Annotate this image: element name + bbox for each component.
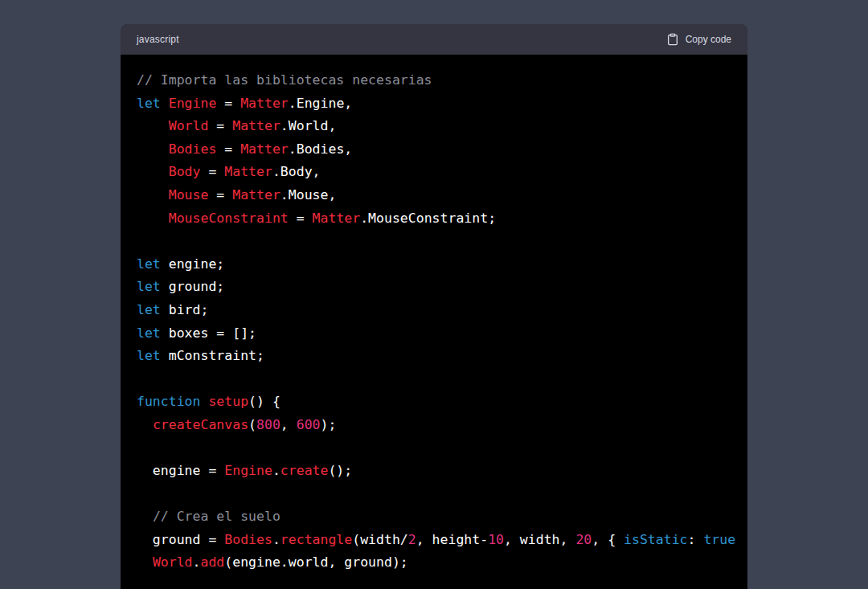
code-token: bird; xyxy=(161,302,209,317)
language-label: javascript xyxy=(137,34,179,45)
code-token: .Body, xyxy=(272,164,321,179)
code-token: let xyxy=(137,256,161,272)
code-token: 600 xyxy=(297,417,321,432)
page-background: javascript Copy code // Importa las bibl… xyxy=(0,24,868,589)
code-token: = xyxy=(201,164,225,179)
code-token: (); xyxy=(328,463,352,478)
code-token: MouseConstraint xyxy=(169,211,289,226)
code-token: . xyxy=(272,463,280,478)
code-token xyxy=(137,187,169,202)
code-token: engine = xyxy=(137,463,224,478)
code-line: let ground; xyxy=(137,276,731,299)
code-token: : xyxy=(688,532,704,547)
code-line: let boxes = []; xyxy=(137,322,731,346)
code-token xyxy=(137,509,153,524)
code-line xyxy=(137,437,731,460)
code-token xyxy=(200,394,208,409)
code-token: World xyxy=(153,554,193,570)
code-token xyxy=(137,118,169,133)
code-token: let xyxy=(137,279,161,294)
code-token xyxy=(137,164,169,179)
code-token: add xyxy=(200,554,224,570)
code-token: setup xyxy=(208,394,248,409)
code-token xyxy=(137,211,169,226)
code-token xyxy=(137,417,153,432)
code-token: Matter xyxy=(232,118,280,133)
code-token: Mouse xyxy=(169,187,209,202)
code-line: engine = Engine.create(); xyxy=(137,460,731,483)
code-token: = xyxy=(216,141,240,157)
code-token: Engine xyxy=(169,96,217,111)
code-token: , height- xyxy=(416,532,488,547)
code-token: let xyxy=(137,302,161,317)
code-token: .Engine, xyxy=(289,96,352,111)
code-token: Bodies xyxy=(169,141,217,157)
code-token: // Crea el suelo xyxy=(153,509,280,524)
code-token: 800 xyxy=(256,417,280,432)
code-token: .Bodies, xyxy=(289,141,352,157)
code-token: createCanvas xyxy=(153,417,248,432)
code-line: createCanvas(800, 600); xyxy=(137,414,731,437)
code-line: MouseConstraint = Matter.MouseConstraint… xyxy=(137,207,731,231)
code-token: , xyxy=(280,417,297,432)
code-token: let xyxy=(137,348,161,363)
code-token: 10 xyxy=(488,532,504,547)
code-token: , width, xyxy=(504,532,575,547)
code-token: . xyxy=(272,532,280,547)
code-token xyxy=(161,96,169,111)
code-token: ( xyxy=(248,417,256,432)
code-token: = xyxy=(216,96,240,111)
code-block: javascript Copy code // Importa las bibl… xyxy=(121,24,747,589)
code-line xyxy=(137,230,731,253)
code-line: World = Matter.World, xyxy=(137,115,731,138)
code-token: Bodies xyxy=(224,532,272,547)
code-token: let xyxy=(137,325,161,341)
code-token: ground; xyxy=(161,279,224,294)
code-token: .World, xyxy=(280,118,337,133)
code-line: let bird; xyxy=(137,299,731,322)
code-token: (engine.world, ground); xyxy=(224,554,407,570)
copy-code-button[interactable]: Copy code xyxy=(666,33,731,46)
code-token: , { xyxy=(592,532,624,547)
code-line xyxy=(137,483,731,506)
code-token: ground = xyxy=(137,532,224,547)
code-token: Body xyxy=(169,164,201,179)
code-token: engine; xyxy=(161,256,224,272)
code-token xyxy=(137,141,169,157)
code-line: // Crea el suelo xyxy=(137,505,731,529)
code-token: 2 xyxy=(408,532,416,547)
code-token: . xyxy=(193,554,201,570)
code-token: rectangle xyxy=(280,532,352,547)
code-line: Body = Matter.Body, xyxy=(137,161,731,184)
code-token: .Mouse, xyxy=(280,187,337,202)
code-token: = xyxy=(208,187,232,202)
code-token xyxy=(137,554,153,570)
code-token: = xyxy=(289,211,313,226)
code-token: () { xyxy=(248,394,280,409)
code-token: Matter xyxy=(313,211,361,226)
code-token: isStatic xyxy=(624,532,687,547)
code-token: .MouseConstraint; xyxy=(360,211,496,226)
code-line: let Engine = Matter.Engine, xyxy=(137,92,731,116)
code-token: boxes = []; xyxy=(161,325,256,341)
code-token: Engine xyxy=(224,463,272,478)
code-token: let xyxy=(137,96,161,111)
code-token: true xyxy=(703,532,735,547)
code-token: Matter xyxy=(240,141,289,157)
code-line: let engine; xyxy=(137,253,731,276)
code-token: = xyxy=(208,118,232,133)
code-line xyxy=(137,368,731,391)
code-line: World.add(engine.world, ground); xyxy=(137,551,731,575)
code-token: mConstraint; xyxy=(161,348,264,363)
clipboard-icon xyxy=(666,33,679,46)
copy-code-label: Copy code xyxy=(686,34,731,45)
code-token: // Importa las bibliotecas necesarias xyxy=(137,72,432,88)
code-token: (width/ xyxy=(352,532,408,547)
code-token: create xyxy=(280,463,329,478)
code-line: function setup() { xyxy=(137,391,731,414)
code-token: 20 xyxy=(575,532,592,547)
code-block-header: javascript Copy code xyxy=(121,24,747,55)
code-line: // Importa las bibliotecas necesarias xyxy=(137,69,731,92)
code-token: Matter xyxy=(232,187,280,202)
code-line: Mouse = Matter.Mouse, xyxy=(137,184,731,207)
